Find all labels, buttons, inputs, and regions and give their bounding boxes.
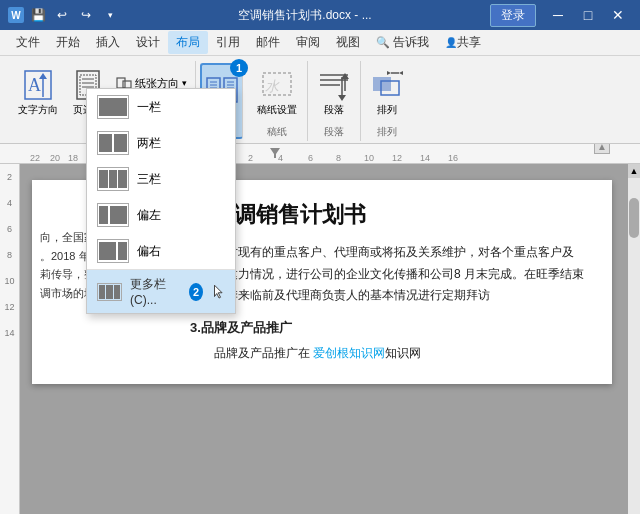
- page-bg-label: 稿纸: [267, 125, 287, 139]
- vruler-6: 6: [7, 224, 12, 234]
- column-left-option[interactable]: 偏左: [87, 197, 235, 233]
- arrange-button[interactable]: 排列: [365, 66, 409, 120]
- ribbon-group-page-bg: 水 稿纸设置 稿纸: [247, 61, 308, 141]
- ribbon-group-paragraph: 段落 段落: [308, 61, 361, 141]
- doc-paragraph-2: 品牌及产品推广在 爱创根知识网知识网: [190, 343, 584, 365]
- scroll-up-button[interactable]: ▲: [628, 164, 640, 178]
- document-title: 空调销售计划书.docx - ...: [120, 7, 490, 24]
- vruler-14: 14: [4, 328, 14, 338]
- ruler-num-6r: 6: [308, 153, 313, 163]
- title-bar-controls: W 💾 ↩ ↪ ▾: [8, 5, 120, 25]
- menu-view[interactable]: 视图: [328, 31, 368, 54]
- column-one-icon: [97, 95, 129, 119]
- svg-marker-39: [214, 285, 222, 298]
- svg-rect-34: [373, 77, 391, 91]
- columns-dropdown-menu: 一栏 两栏 三栏 偏左 偏右 更多栏(C)... 2: [86, 88, 236, 314]
- ruler-num-18: 18: [68, 153, 78, 163]
- save-button[interactable]: 💾: [28, 5, 48, 25]
- ruler-num-16: 16: [448, 153, 458, 163]
- menu-home[interactable]: 开始: [48, 31, 88, 54]
- app-icon: W: [8, 7, 24, 23]
- column-three-icon: [97, 167, 129, 191]
- column-right-label: 偏右: [137, 243, 161, 260]
- menu-insert[interactable]: 插入: [88, 31, 128, 54]
- watermark-label: 稿纸设置: [257, 103, 297, 117]
- column-two-option[interactable]: 两栏: [87, 125, 235, 161]
- ruler-num-8: 8: [336, 153, 341, 163]
- close-button[interactable]: ✕: [604, 1, 632, 29]
- paragraph-group-label: 段落: [324, 125, 344, 139]
- paper-orientation-arrow: ▾: [182, 78, 187, 88]
- column-left-label: 偏左: [137, 207, 161, 224]
- menu-file[interactable]: 文件: [8, 31, 48, 54]
- vertical-scrollbar[interactable]: ▲: [628, 164, 640, 514]
- menu-mail[interactable]: 邮件: [248, 31, 288, 54]
- svg-marker-42: [270, 148, 280, 158]
- svg-marker-33: [341, 73, 349, 79]
- vruler-12: 12: [4, 302, 14, 312]
- ruler-num-2r: 2: [248, 153, 253, 163]
- badge-2: 2: [189, 283, 203, 301]
- arrange-group-label: 排列: [377, 125, 397, 139]
- column-more-label: 更多栏(C)...: [130, 276, 177, 307]
- column-more-option[interactable]: 更多栏(C)... 2: [87, 269, 235, 313]
- doc-columns: 而也使得当 较好的一二 家装市场持 针对现有的重点客户、代理商或将拓及关系维护，…: [190, 242, 584, 364]
- menu-review[interactable]: 审阅: [288, 31, 328, 54]
- svg-text:水: 水: [265, 78, 280, 94]
- paragraph-icon: [318, 69, 350, 101]
- column-one-option[interactable]: 一栏: [87, 89, 235, 125]
- vruler-8: 8: [7, 250, 12, 260]
- column-more-icon: [97, 283, 122, 301]
- main-content: 年空调销售计划书 而也使得当 较好的一二 家装市场持 针对现有的重点客户、代理商…: [190, 200, 584, 364]
- title-bar: W 💾 ↩ ↪ ▾ 空调销售计划书.docx - ... 登录 ─ □ ✕: [0, 0, 640, 30]
- text-direction-icon: A: [22, 69, 54, 101]
- vertical-ruler: 2 4 6 8 10 12 14: [0, 164, 20, 514]
- svg-rect-9: [117, 78, 125, 88]
- vruler-10: 10: [4, 276, 14, 286]
- column-two-label: 两栏: [137, 135, 161, 152]
- column-right-option[interactable]: 偏右: [87, 233, 235, 269]
- svg-marker-38: [399, 71, 403, 75]
- arrange-buttons: 排列: [365, 63, 409, 123]
- watermark-button[interactable]: 水 稿纸设置: [251, 66, 303, 120]
- menu-share[interactable]: 👤共享: [437, 31, 489, 54]
- column-three-option[interactable]: 三栏: [87, 161, 235, 197]
- svg-rect-10: [123, 81, 131, 88]
- undo-button[interactable]: ↩: [52, 5, 72, 25]
- menu-references[interactable]: 引用: [208, 31, 248, 54]
- footer-link[interactable]: 爱创根知识网: [313, 346, 385, 360]
- column-right-icon: [97, 239, 129, 263]
- column-one-label: 一栏: [137, 99, 161, 116]
- ruler-num-12: 12: [392, 153, 402, 163]
- menu-search[interactable]: 🔍告诉我: [368, 31, 437, 54]
- paragraph-buttons: 段落: [312, 63, 356, 123]
- ruler-num-22: 22: [30, 153, 40, 163]
- text-direction-button[interactable]: A 文字方向: [12, 66, 64, 120]
- quick-access-dropdown[interactable]: ▾: [100, 5, 120, 25]
- svg-marker-31: [338, 95, 346, 101]
- doc-heading-3: 3.品牌及产品推广: [190, 317, 584, 339]
- vruler-4: 4: [7, 198, 12, 208]
- doc-paragraph-1: 针对现有的重点客户、代理商或将拓及关系维护，对各个重点客户及代理商建力情况，进行…: [190, 242, 584, 307]
- login-button[interactable]: 登录: [490, 4, 536, 27]
- ruler-num-14: 14: [420, 153, 430, 163]
- minimize-button[interactable]: ─: [544, 1, 572, 29]
- paragraph-label: 段落: [324, 103, 344, 117]
- window-controls: ─ □ ✕: [544, 1, 632, 29]
- vruler-2: 2: [7, 172, 12, 182]
- page-bg-buttons: 水 稿纸设置: [251, 63, 303, 123]
- paragraph-button[interactable]: 段落: [312, 66, 356, 120]
- mouse-cursor-icon: [213, 282, 225, 302]
- doc-main-text: 针对现有的重点客户、代理商或将拓及关系维护，对各个重点客户及代理商建力情况，进行…: [190, 242, 584, 364]
- ruler-num-10: 10: [364, 153, 374, 163]
- ruler-collapse-button[interactable]: ▲: [594, 144, 610, 154]
- maximize-button[interactable]: □: [574, 1, 602, 29]
- ruler-num-20: 20: [50, 153, 60, 163]
- text-direction-label: 文字方向: [18, 103, 58, 117]
- menu-design[interactable]: 设计: [128, 31, 168, 54]
- scroll-thumb[interactable]: [629, 198, 639, 238]
- menu-layout[interactable]: 布局: [168, 31, 208, 54]
- redo-button[interactable]: ↪: [76, 5, 96, 25]
- menu-bar: 文件 开始 插入 设计 布局 引用 邮件 审阅 视图 🔍告诉我 👤共享: [0, 30, 640, 56]
- column-three-label: 三栏: [137, 171, 161, 188]
